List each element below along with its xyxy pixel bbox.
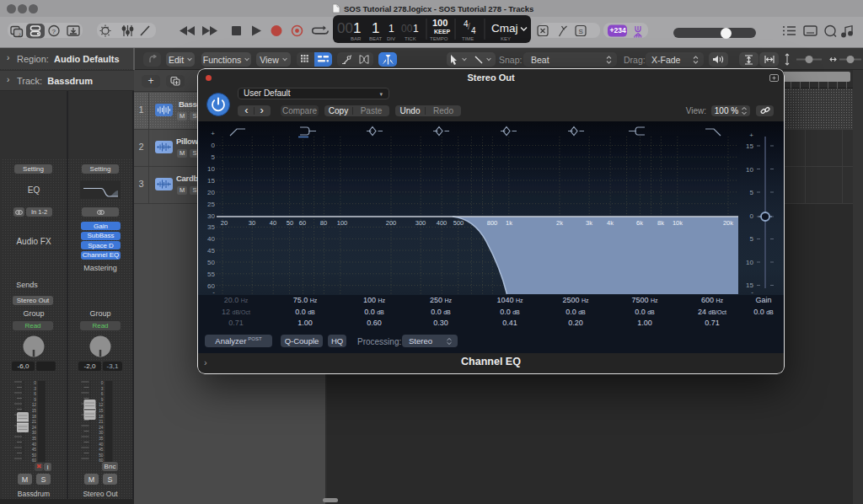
svg-text:1: 1	[389, 23, 394, 35]
svg-text:21: 21	[99, 420, 104, 424]
svg-text:00: 00	[401, 23, 413, 35]
svg-text:S: S	[579, 28, 583, 35]
svg-text:24: 24	[99, 426, 104, 430]
svg-text:3: 3	[101, 387, 104, 391]
svg-text:45: 45	[32, 448, 37, 452]
svg-text:40: 40	[32, 442, 37, 447]
svg-text:21: 21	[32, 420, 37, 424]
svg-text:18: 18	[99, 415, 104, 419]
svg-text:4: 4	[471, 26, 476, 35]
svg-text:30: 30	[32, 431, 37, 435]
svg-text:35: 35	[99, 437, 104, 441]
svg-text:1: 1	[372, 20, 379, 36]
svg-text:TIME: TIME	[462, 36, 474, 41]
svg-text:DIV: DIV	[387, 36, 395, 41]
svg-text:1: 1	[413, 23, 419, 35]
svg-text:6: 6	[34, 392, 36, 396]
svg-text:TEMPO: TEMPO	[430, 36, 448, 41]
svg-text:24: 24	[32, 426, 37, 430]
svg-text:15: 15	[32, 409, 37, 413]
svg-text:50: 50	[99, 453, 104, 458]
svg-text:6: 6	[101, 392, 104, 396]
svg-text:0: 0	[101, 381, 104, 385]
svg-text:+234: +234	[610, 26, 626, 35]
svg-text:100: 100	[432, 18, 448, 28]
svg-text:BEAT: BEAT	[369, 36, 383, 41]
svg-text:BAR: BAR	[351, 36, 362, 41]
svg-text:45: 45	[99, 448, 104, 452]
svg-text:12: 12	[32, 403, 37, 407]
svg-text:12: 12	[99, 403, 104, 407]
svg-text:0: 0	[34, 381, 36, 385]
svg-text:♪: ♪	[19, 31, 22, 37]
svg-text:35: 35	[32, 437, 37, 441]
svg-text:Cmaj: Cmaj	[491, 22, 518, 35]
svg-text:1: 1	[353, 20, 361, 36]
svg-text:50: 50	[32, 453, 37, 458]
svg-text:3: 3	[34, 387, 36, 391]
svg-text:TICK: TICK	[405, 36, 416, 41]
svg-text:9: 9	[34, 398, 36, 402]
svg-text:?: ?	[52, 28, 56, 35]
svg-text:15: 15	[99, 409, 104, 413]
svg-text:40: 40	[99, 442, 104, 447]
svg-text:9: 9	[101, 398, 104, 402]
svg-text:18: 18	[32, 415, 37, 419]
svg-text:30: 30	[99, 431, 104, 435]
svg-text:/: /	[468, 22, 470, 31]
svg-text:00: 00	[337, 20, 353, 36]
svg-text:KEY: KEY	[501, 36, 511, 41]
svg-text:KEEP: KEEP	[434, 29, 450, 35]
